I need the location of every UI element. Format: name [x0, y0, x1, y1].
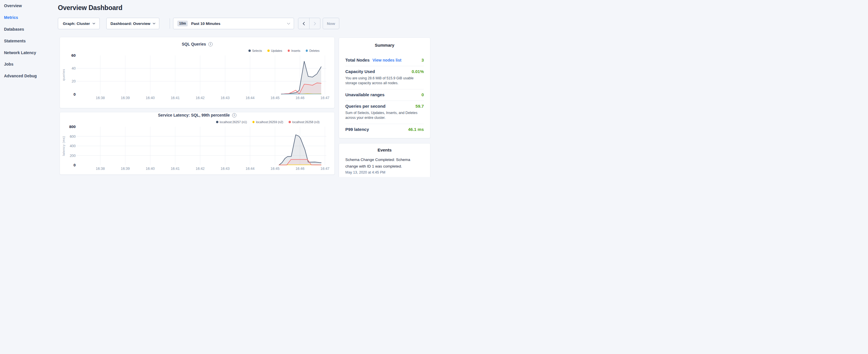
summary-title: Summary — [345, 43, 424, 47]
time-range-dropdown[interactable]: 10m Past 10 Minutes — [173, 18, 294, 29]
graph-dropdown[interactable]: Graph: Cluster — [58, 18, 100, 29]
summary-row-value: 3 — [422, 58, 424, 62]
x-axis-tick-label: 16:46 — [296, 96, 304, 100]
service-latency-chart-plot[interactable]: 020040060080016:3816:3916:4016:4116:4216… — [60, 112, 334, 174]
y-axis-tick-label: 800 — [69, 125, 76, 129]
y-axis-tick-label: 60 — [71, 53, 76, 58]
x-axis-tick-label: 16:43 — [221, 96, 229, 100]
app-canvas: Overview Metrics Databases Statements Ne… — [0, 0, 434, 177]
y-axis-tick-label: 600 — [70, 135, 76, 139]
sidebar-item-databases[interactable]: Databases — [0, 24, 57, 35]
summary-row-subtext: Sum of Selects, Updates, Inserts, and De… — [345, 110, 424, 120]
y-axis-tick-label: 40 — [72, 66, 76, 70]
view-nodes-list-link[interactable]: View nodes list — [373, 58, 401, 62]
x-axis-tick-label: 16:41 — [171, 96, 180, 100]
x-axis-tick-label: 16:42 — [196, 96, 205, 100]
summary-row-capacity-used: Capacity Used 0.01% You are using 28.6 M… — [345, 66, 424, 89]
event-item-timestamp: May 13, 2020 at 4:45 PM — [345, 170, 424, 174]
y-axis-title: latency (ms) — [62, 136, 65, 156]
time-step-buttons — [298, 18, 320, 29]
summary-row-p99-latency: P99 latency 46.1 ms — [345, 124, 424, 135]
y-axis-title: queries — [62, 69, 65, 81]
summary-row-total-nodes: Total Nodes View nodes list 3 — [345, 55, 424, 66]
summary-row-value: 0.01% — [411, 69, 424, 74]
x-axis-tick-label: 16:41 — [171, 167, 180, 171]
x-axis-tick-label: 16:44 — [246, 96, 254, 100]
y-axis-tick-label: 400 — [70, 144, 76, 148]
chevron-down-icon — [92, 22, 95, 24]
service-latency-chart-card: Service Latency: SQL, 99th percentile i … — [60, 112, 335, 175]
sidebar-item-jobs[interactable]: Jobs — [0, 58, 57, 70]
summary-panel: Summary Total Nodes View nodes list 3 Ca… — [339, 37, 430, 138]
summary-row-value: 59.7 — [415, 104, 424, 108]
x-axis-tick-label: 16:47 — [320, 167, 329, 171]
sql-queries-chart-card: SQL Queries i SelectsUpdatesInsertsDelet… — [60, 37, 335, 108]
now-button[interactable]: Now — [323, 18, 339, 29]
summary-row-label: Total Nodes — [345, 58, 370, 62]
x-axis-tick-label: 16:45 — [271, 167, 279, 171]
next-time-button[interactable] — [309, 18, 320, 29]
y-axis-tick-label: 0 — [73, 163, 76, 167]
sidebar-item-statements[interactable]: Statements — [0, 35, 57, 47]
sql-queries-chart-plot[interactable]: 020406016:3816:3916:4016:4116:4216:4316:… — [60, 37, 334, 108]
prev-time-button[interactable] — [298, 18, 309, 29]
sidebar-item-overview[interactable]: Overview — [0, 0, 57, 12]
chevron-left-icon — [303, 22, 306, 26]
x-axis-tick-label: 16:43 — [221, 167, 229, 171]
sidebar: Overview Metrics Databases Statements Ne… — [0, 0, 57, 82]
summary-row-label: Queries per second — [345, 104, 385, 108]
x-axis-tick-label: 16:45 — [271, 96, 279, 100]
summary-row-label: Unavailable ranges — [345, 92, 384, 97]
time-range-badge: 10m — [177, 21, 188, 26]
x-axis-tick-label: 16:42 — [196, 167, 205, 171]
sidebar-item-advanced-debug[interactable]: Advanced Debug — [0, 70, 57, 82]
x-axis-tick-label: 16:47 — [320, 96, 329, 100]
x-axis-tick-label: 16:44 — [246, 167, 254, 171]
x-axis-tick-label: 16:39 — [121, 167, 129, 171]
dashboard-dropdown[interactable]: Dashboard: Overview — [106, 18, 159, 29]
summary-row-subtext: You are using 28.6 MiB of 515.9 GiB usab… — [345, 76, 424, 86]
events-title: Events — [345, 148, 424, 152]
x-axis-tick-label: 16:40 — [146, 96, 155, 100]
time-range-label: Past 10 Minutes — [191, 22, 220, 26]
summary-row-label: Capacity Used — [345, 69, 375, 74]
summary-row-label: P99 latency — [345, 127, 369, 132]
y-axis-tick-label: 200 — [70, 154, 76, 158]
x-axis-tick-label: 16:46 — [296, 167, 304, 171]
y-axis-tick-label: 0 — [73, 92, 76, 97]
dashboard-dropdown-value: Dashboard: Overview — [111, 22, 150, 26]
x-axis-tick-label: 16:38 — [96, 96, 104, 100]
graph-dropdown-value: Graph: Cluster — [63, 22, 90, 26]
y-axis-tick-label: 20 — [72, 79, 76, 83]
sidebar-item-metrics[interactable]: Metrics — [0, 12, 57, 24]
summary-row-value: 46.1 ms — [408, 127, 424, 132]
x-axis-tick-label: 16:38 — [96, 167, 104, 171]
chevron-down-icon — [153, 22, 156, 24]
chevron-right-icon — [312, 22, 316, 26]
toolbar-divider — [169, 18, 170, 29]
summary-row-queries-per-second: Queries per second 59.7 Sum of Selects, … — [345, 100, 424, 124]
events-panel: Events Schema Change Completed: Schema c… — [339, 143, 430, 177]
event-item-text: Schema Change Completed: Schema change w… — [345, 156, 424, 169]
summary-row-unavailable-ranges: Unavailable ranges 0 — [345, 89, 424, 100]
summary-rows: Total Nodes View nodes list 3 Capacity U… — [345, 55, 424, 135]
x-axis-tick-label: 16:39 — [121, 96, 129, 100]
sidebar-item-network-latency[interactable]: Network Latency — [0, 47, 57, 58]
chevron-down-icon — [287, 21, 290, 24]
x-axis-tick-label: 16:40 — [146, 167, 155, 171]
summary-row-value: 0 — [422, 92, 424, 97]
page-title: Overview Dashboard — [58, 4, 122, 12]
